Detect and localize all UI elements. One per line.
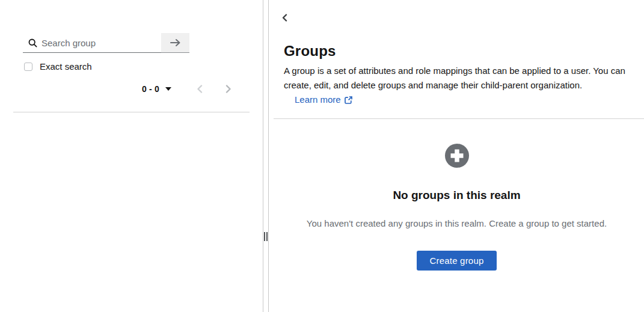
drag-handle-icon bbox=[264, 232, 268, 241]
pagination-next-button[interactable] bbox=[222, 85, 235, 93]
pagination-range: 0 - 0 bbox=[142, 84, 159, 94]
groups-page: Exact search 0 - 0 bbox=[0, 0, 644, 312]
learn-more-label: Learn more bbox=[295, 93, 341, 107]
page-title: Groups bbox=[284, 42, 630, 60]
groups-search-panel: Exact search 0 - 0 bbox=[0, 0, 263, 312]
angle-left-icon bbox=[282, 14, 287, 22]
page-description-text: A group is a set of attributes and role … bbox=[284, 66, 625, 90]
search-input-wrap bbox=[23, 33, 161, 53]
exact-search-label: Exact search bbox=[40, 61, 92, 72]
angle-right-icon bbox=[225, 85, 232, 93]
external-link-icon bbox=[345, 96, 352, 104]
collapse-panel-button[interactable] bbox=[282, 14, 287, 22]
search-input[interactable] bbox=[41, 33, 161, 52]
create-group-button[interactable]: Create group bbox=[417, 251, 497, 271]
empty-state-title: No groups in this realm bbox=[284, 188, 630, 203]
page-description: A group is a set of attributes and role … bbox=[284, 64, 630, 107]
groups-main-panel: Groups A group is a set of attributes an… bbox=[269, 0, 644, 312]
left-panel-divider bbox=[13, 112, 250, 112]
empty-state: No groups in this realm You haven't crea… bbox=[284, 119, 630, 271]
empty-state-body: You haven't created any groups in this r… bbox=[284, 218, 630, 229]
learn-more-link[interactable]: Learn more bbox=[295, 93, 352, 107]
search-icon bbox=[28, 38, 37, 47]
angle-left-icon bbox=[197, 85, 203, 93]
pagination-range-toggle[interactable]: 0 - 0 bbox=[142, 84, 171, 94]
pagination-prev-button[interactable] bbox=[193, 85, 206, 93]
search-submit-button[interactable] bbox=[161, 33, 189, 53]
caret-down-icon bbox=[165, 87, 171, 91]
exact-search-checkbox[interactable] bbox=[24, 63, 32, 71]
plus-circle-icon bbox=[445, 144, 469, 168]
panel-resize-splitter[interactable] bbox=[263, 0, 269, 312]
search-group bbox=[23, 33, 189, 53]
arrow-right-icon bbox=[170, 38, 181, 47]
pagination: 0 - 0 bbox=[13, 82, 250, 96]
exact-search-row: Exact search bbox=[24, 61, 250, 72]
